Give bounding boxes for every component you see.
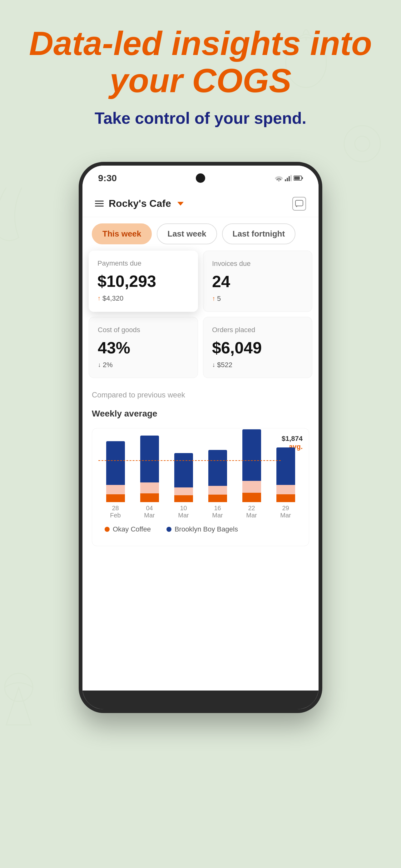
legend-label-okay-coffee: Okay Coffee: [113, 525, 151, 533]
payments-due-value: $10,293: [97, 272, 189, 290]
status-time: 9:30: [98, 173, 117, 183]
hero-section: Data-led insights into your COGS Take co…: [0, 0, 401, 156]
bar-16mar-orange: [208, 495, 227, 502]
bar-label-date-04: 04: [146, 505, 153, 512]
card-cost-of-goods: Cost of goods 43% ↓ 2%: [89, 317, 198, 378]
chat-button[interactable]: [292, 197, 306, 211]
front-camera: [196, 174, 205, 183]
hamburger-line-2: [95, 203, 104, 204]
top-nav-bar: Rocky's Cafe: [82, 191, 319, 217]
bar-22mar: [242, 429, 261, 502]
bar-group-04mar: 04 Mar: [137, 436, 162, 519]
bar-10mar-orange: [174, 495, 193, 502]
hero-title: Data-led insights into your COGS: [19, 25, 382, 99]
comparison-label: Compared to previous week: [82, 384, 319, 402]
card-invoices-due: Invoices due 24 ↑ 5: [203, 251, 312, 312]
cost-of-goods-arrow: ↓: [98, 361, 101, 368]
bar-label-month-feb: Feb: [110, 512, 121, 519]
chart-bars-area: 28 Feb 04 Mar: [95, 438, 306, 519]
bar-22mar-light: [242, 481, 261, 493]
bar-group-28feb: 28 Feb: [103, 441, 128, 519]
bar-label-month-mar1: Mar: [144, 512, 155, 519]
bar-label-date-29: 29: [282, 505, 289, 512]
orders-placed-arrow: ↓: [212, 361, 215, 368]
payments-due-arrow: ↑: [97, 294, 101, 302]
bar-label-date-16: 16: [214, 505, 221, 512]
svg-rect-8: [289, 176, 290, 181]
hamburger-line-3: [95, 206, 104, 207]
phone-wrapper: 9:30: [0, 156, 401, 732]
tab-last-fortnight[interactable]: Last fortnight: [222, 223, 296, 244]
top-bar-left: Rocky's Cafe: [95, 198, 183, 209]
payments-due-change-value: $4,320: [102, 294, 123, 303]
bar-22mar-orange: [242, 493, 261, 502]
legend-dot-okay-coffee: [105, 527, 110, 532]
invoices-due-change-value: 5: [217, 294, 221, 303]
legend-brooklyn-bagels: Brooklyn Boy Bagels: [166, 525, 238, 533]
chart-container: $1,874 avg. 28 F: [92, 428, 309, 546]
bar-label-month-mar4: Mar: [246, 512, 257, 519]
tabs-container: This week Last week Last fortnight: [82, 217, 319, 251]
bar-04mar-orange: [140, 493, 159, 502]
tab-this-week[interactable]: This week: [92, 223, 152, 244]
bar-label-month-mar2: Mar: [178, 512, 189, 519]
hamburger-menu[interactable]: [95, 200, 104, 207]
tab-last-week[interactable]: Last week: [157, 223, 217, 244]
svg-rect-6: [285, 179, 286, 181]
payments-due-label: Payments due: [97, 259, 189, 268]
bar-label-date-10: 10: [180, 505, 187, 512]
status-bar: 9:30: [82, 165, 319, 191]
cost-of-goods-value: 43%: [98, 338, 189, 357]
bar-28feb-light: [106, 485, 125, 494]
orders-placed-label: Orders placed: [212, 326, 303, 334]
phone-mockup: 9:30: [79, 162, 322, 713]
weekly-average-section: Weekly average $1,874 avg.: [82, 402, 319, 552]
card-payments-due: Payments due $10,293 ↑ $4,320: [89, 251, 198, 312]
legend-okay-coffee: Okay Coffee: [105, 525, 151, 533]
orders-placed-change-value: $522: [217, 361, 232, 369]
legend-label-brooklyn-bagels: Brooklyn Boy Bagels: [175, 525, 238, 533]
status-icons: [275, 175, 303, 181]
cafe-dropdown-arrow[interactable]: [177, 202, 183, 206]
svg-rect-7: [287, 178, 288, 181]
bar-label-month-mar3: Mar: [212, 512, 223, 519]
cost-of-goods-change-value: 2%: [103, 361, 113, 369]
bar-16mar: [208, 450, 227, 502]
svg-point-5: [278, 180, 279, 181]
bar-10mar-blue: [174, 453, 193, 488]
cafe-name-label: Rocky's Cafe: [109, 198, 171, 209]
bar-16mar-blue: [208, 450, 227, 486]
hero-subtitle: Take control of your spend.: [19, 109, 382, 127]
card-orders-placed: Orders placed $6,049 ↓ $522: [203, 317, 312, 378]
weekly-average-header: Weekly average: [89, 402, 312, 428]
svg-rect-13: [295, 200, 303, 206]
bar-group-10mar: 10 Mar: [171, 453, 196, 519]
cost-of-goods-label: Cost of goods: [98, 326, 189, 334]
invoices-due-label: Invoices due: [212, 260, 303, 268]
chart-legend: Okay Coffee Brooklyn Boy Bagels: [95, 519, 306, 539]
payments-due-change: ↑ $4,320: [97, 294, 189, 303]
bar-label-date-28: 28: [112, 505, 119, 512]
bar-group-29mar: 29 Mar: [273, 447, 298, 519]
wifi-icon: [275, 175, 283, 181]
bar-10mar-light: [174, 488, 193, 495]
bar-label-month-mar5: Mar: [280, 512, 291, 519]
bar-22mar-blue: [242, 429, 261, 481]
bar-label-date-22: 22: [248, 505, 255, 512]
average-line: [98, 460, 281, 461]
bar-29mar-blue: [276, 447, 295, 485]
orders-placed-change: ↓ $522: [212, 361, 303, 369]
svg-rect-12: [302, 177, 303, 179]
signal-icon: [285, 175, 292, 181]
orders-placed-value: $6,049: [212, 338, 303, 357]
bar-29mar-orange: [276, 494, 295, 502]
bar-04mar-light: [140, 483, 159, 493]
phone-bottom-bar: [82, 690, 319, 709]
invoices-due-change: ↑ 5: [212, 294, 303, 303]
svg-rect-11: [294, 177, 300, 180]
hamburger-line-1: [95, 200, 104, 202]
bar-29mar: [276, 447, 295, 502]
bar-29mar-light: [276, 485, 295, 494]
phone-screen: Rocky's Cafe This week Last week Last fo…: [82, 191, 319, 690]
cost-of-goods-change: ↓ 2%: [98, 361, 189, 369]
